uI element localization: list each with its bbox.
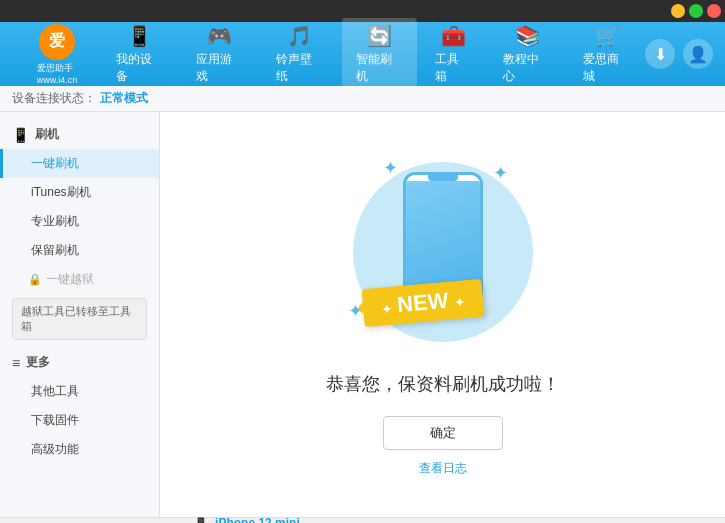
phone-mini-icon: 📱 (194, 517, 208, 524)
sparkle-icon-1: ✦ (383, 157, 398, 179)
header-right: ⬇ 👤 (645, 39, 713, 69)
sidebar-item-other-tools[interactable]: 其他工具 (0, 377, 159, 406)
sidebar-jailbreak-disabled: 🔒 一键越狱 (0, 265, 159, 294)
success-text: 恭喜您，保资料刷机成功啦！ (326, 372, 560, 396)
sidebar-item-download-firmware[interactable]: 下载固件 (0, 406, 159, 435)
nav-tutorial[interactable]: 📚 教程中心 (489, 18, 565, 91)
maximize-button[interactable] (689, 4, 703, 18)
minimize-button[interactable] (671, 4, 685, 18)
sidebar-item-advanced[interactable]: 高级功能 (0, 435, 159, 464)
logo-text: 爱思助手 www.i4.cn (37, 62, 78, 85)
sidebar-item-one-click-flash[interactable]: 一键刷机 (0, 149, 159, 178)
phone-illustration: ✦ ✦ ✦ ✦ NEW ✦ (343, 152, 543, 352)
header: 爱 爱思助手 www.i4.cn 📱 我的设备 🎮 应用游戏 🎵 铃声壁纸 🔄 … (0, 22, 725, 86)
main-area: 📱 刷机 一键刷机 iTunes刷机 专业刷机 保留刷机 🔒 一键越狱 越狱工具… (0, 112, 725, 517)
sidebar-item-itunes-flash[interactable]: iTunes刷机 (0, 178, 159, 207)
nav-my-device[interactable]: 📱 我的设备 (102, 18, 178, 91)
ringtone-icon: 🎵 (287, 24, 312, 48)
nav-smart-flash[interactable]: 🔄 智能刷机 (342, 18, 418, 91)
sidebar: 📱 刷机 一键刷机 iTunes刷机 专业刷机 保留刷机 🔒 一键越狱 越狱工具… (0, 112, 160, 517)
tutorial-icon: 📚 (515, 24, 540, 48)
status-label: 设备连接状态： (12, 90, 96, 107)
store-icon: 🛒 (595, 24, 620, 48)
nav-apps-games[interactable]: 🎮 应用游戏 (182, 18, 258, 91)
flash-icon: 🔄 (367, 24, 392, 48)
footer: 自动敢送 跳过向导 📱 iPhone 12 mini 64GB Down-12m… (0, 517, 725, 523)
sidebar-item-save-flash[interactable]: 保留刷机 (0, 236, 159, 265)
confirm-button[interactable]: 确定 (383, 416, 503, 450)
close-button[interactable] (707, 4, 721, 18)
status-value: 正常模式 (100, 90, 148, 107)
nav-bar: 📱 我的设备 🎮 应用游戏 🎵 铃声壁纸 🔄 智能刷机 🧰 工具箱 📚 教程中心… (102, 18, 645, 91)
flash-section-icon: 📱 (12, 127, 29, 143)
user-button[interactable]: 👤 (683, 39, 713, 69)
more-section-icon: ≡ (12, 355, 20, 371)
logo-area: 爱 爱思助手 www.i4.cn (12, 24, 102, 85)
main-content: ✦ ✦ ✦ ✦ NEW ✦ 恭喜您，保资料刷机成功啦！ 确定 查看日志 (160, 112, 725, 517)
download-button[interactable]: ⬇ (645, 39, 675, 69)
device-icon: 📱 (127, 24, 152, 48)
logo-icon: 爱 (39, 24, 75, 60)
new-badge-star-left: ✦ (380, 302, 391, 317)
new-badge-star-right: ✦ (454, 295, 465, 310)
sidebar-item-pro-flash[interactable]: 专业刷机 (0, 207, 159, 236)
nav-toolbox[interactable]: 🧰 工具箱 (421, 18, 485, 91)
jailbreak-notice: 越狱工具已转移至工具箱 (12, 298, 147, 340)
re-backup-link[interactable]: 查看日志 (419, 460, 467, 477)
sidebar-section-flash: 📱 刷机 (0, 120, 159, 149)
nav-ringtones[interactable]: 🎵 铃声壁纸 (262, 18, 338, 91)
lock-icon: 🔒 (28, 273, 42, 286)
toolbox-icon: 🧰 (441, 24, 466, 48)
apps-icon: 🎮 (207, 24, 232, 48)
sparkle-icon-2: ✦ (493, 162, 508, 184)
nav-store[interactable]: 🛒 爱思商城 (569, 18, 645, 91)
sidebar-section-more: ≡ 更多 (0, 348, 159, 377)
